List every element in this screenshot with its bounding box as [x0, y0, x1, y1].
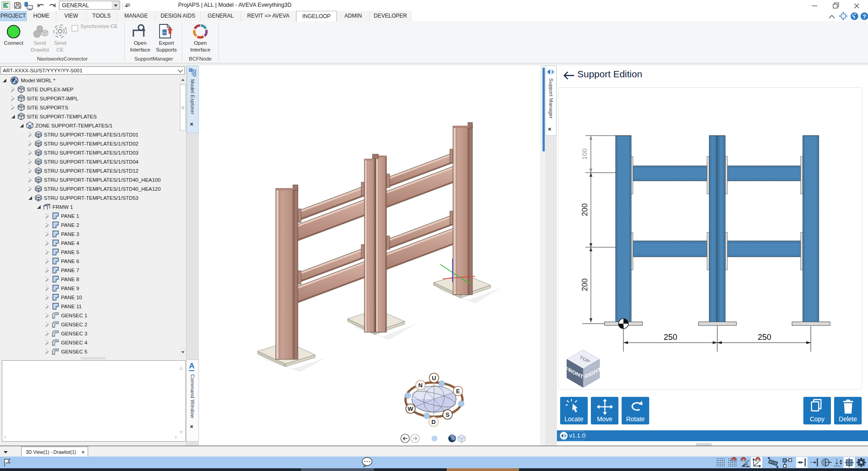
svg-text:S: S: [446, 411, 450, 418]
svg-text:U: U: [432, 375, 436, 382]
svg-text:D: D: [431, 419, 435, 425]
svg-text:200: 200: [580, 278, 589, 291]
svg-text:100: 100: [580, 148, 588, 160]
svg-text:E: E: [456, 388, 460, 395]
svg-text:250: 250: [664, 333, 677, 342]
svg-text:W: W: [408, 405, 414, 412]
svg-text:GENERAL: GENERAL: [62, 2, 89, 9]
svg-text:200: 200: [580, 203, 589, 216]
svg-text:?: ?: [863, 13, 866, 20]
svg-text:250: 250: [758, 333, 771, 342]
svg-text:N: N: [418, 382, 422, 389]
